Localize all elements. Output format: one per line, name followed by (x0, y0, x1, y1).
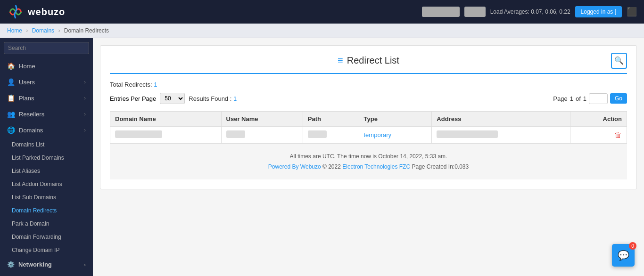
page-label: Page (553, 95, 567, 102)
col-path: Path (303, 112, 359, 127)
resellers-arrow-icon: › (84, 111, 86, 117)
sidebar-item-resellers[interactable]: 👥 Resellers › (0, 106, 93, 122)
sidebar-item-list-sub-domains[interactable]: List Sub Domains (0, 191, 93, 204)
delete-icon[interactable]: 🗑 (614, 131, 622, 139)
sidebar-item-settings[interactable]: 🔧 Settings › (0, 272, 93, 276)
floating-support-button[interactable]: 💬 0 (612, 244, 635, 267)
powered-by-link[interactable]: Powered By Webuzo (268, 163, 321, 170)
table-row: temporary 🗑 (110, 127, 627, 144)
entries-per-page-select[interactable]: 50 100 200 (160, 93, 185, 104)
pagination: Page 1 of 1 Go (553, 93, 627, 104)
sidebar-label-resellers: Resellers (19, 111, 44, 118)
total-redirects-label: Total Redirects: (110, 81, 152, 88)
sidebar-item-domain-redirects[interactable]: Domain Redirects (0, 204, 93, 217)
col-action: Action (570, 112, 627, 127)
plans-icon: 📋 (7, 94, 15, 102)
table-header-row: Domain Name User Name Path Type Address … (110, 112, 627, 127)
support-badge: 0 (629, 242, 636, 250)
sidebar-item-change-domain-ip[interactable]: Change Domain IP (0, 244, 93, 257)
address-placeholder (437, 130, 498, 138)
search-button[interactable]: 🔍 (611, 53, 627, 69)
sidebar-item-home[interactable]: 🏠 Home (0, 58, 93, 74)
page-total: 1 (583, 95, 586, 102)
type-value: temporary (364, 131, 392, 138)
breadcrumb-domains[interactable]: Domains (32, 27, 54, 34)
sidebar-item-plans[interactable]: 📋 Plans › (0, 90, 93, 106)
breadcrumb: Home › Domains › Domain Redirects (0, 24, 644, 38)
footer: All times are UTC. The time now is Octob… (110, 144, 627, 179)
panel-title: ≡ Redirect List (338, 55, 399, 66)
go-button[interactable]: Go (610, 93, 627, 104)
logo: webuzo (7, 3, 65, 20)
results-found-value[interactable]: 1 (233, 95, 237, 102)
resellers-icon: 👥 (7, 110, 15, 118)
cell-user (221, 127, 303, 144)
sidebar-item-park-a-domain[interactable]: Park a Domain (0, 217, 93, 230)
sidebar-label-plans: Plans (19, 95, 34, 102)
list-icon: ≡ (338, 55, 343, 66)
logout-icon[interactable]: ⬛ (627, 7, 637, 17)
header-bar-1 (422, 7, 460, 17)
logged-in-button[interactable]: Logged in as [ (575, 6, 622, 17)
path-placeholder (308, 130, 327, 138)
sidebar-label-domains: Domains (19, 127, 43, 134)
page-of: of (576, 95, 581, 102)
panel-header: ≡ Redirect List 🔍 (110, 55, 627, 74)
sidebar-item-domain-forwarding[interactable]: Domain Forwarding (0, 230, 93, 244)
company-link[interactable]: Electron Technologies FZC (342, 163, 410, 170)
sidebar-label-users: Users (19, 79, 35, 86)
cell-action[interactable]: 🗑 (570, 127, 627, 144)
cell-domain (110, 127, 222, 144)
sidebar-item-users[interactable]: 👤 Users › (0, 74, 93, 90)
utc-text: All times are UTC. The time now is Octob… (119, 153, 618, 160)
cell-type: temporary (359, 127, 432, 144)
networking-arrow-icon: › (84, 262, 86, 268)
col-domain-name: Domain Name (110, 112, 222, 127)
logo-text: webuzo (28, 7, 65, 17)
header-bar-2 (464, 7, 486, 17)
logo-icon (7, 3, 24, 20)
col-type: Type (359, 112, 432, 127)
results-found-label: Results Found : 1 (189, 95, 237, 102)
col-user-name: User Name (221, 112, 303, 127)
redirects-table: Domain Name User Name Path Type Address … (110, 111, 627, 144)
entries-per-page-label: Entries Per Page (110, 95, 156, 102)
breadcrumb-home[interactable]: Home (7, 27, 22, 34)
filter-row: Entries Per Page 50 100 200 Results Foun… (110, 93, 627, 104)
copyright-text: © 2022 (322, 163, 341, 170)
main-panel: ≡ Redirect List 🔍 Total Redirects: 1 Ent… (100, 45, 637, 189)
content-area: ≡ Redirect List 🔍 Total Redirects: 1 Ent… (93, 38, 644, 276)
search-box[interactable] (0, 38, 93, 58)
networking-icon: ⚙️ (7, 261, 15, 268)
sidebar-item-list-aliases[interactable]: List Aliases (0, 164, 93, 178)
domain-placeholder (115, 130, 162, 138)
page-created-text: Page Created In:0.033 (412, 163, 469, 170)
user-placeholder (226, 130, 245, 138)
support-icon: 💬 (618, 250, 629, 261)
sidebar-item-list-parked-domains[interactable]: List Parked Domains (0, 151, 93, 164)
domains-icon: 🌐 (7, 126, 15, 134)
search-input[interactable] (4, 42, 89, 54)
breadcrumb-current: Domain Redirects (64, 27, 109, 34)
breadcrumb-sep-1: › (26, 27, 28, 34)
credits: Powered By Webuzo © 2022 Electron Techno… (119, 163, 618, 170)
col-address: Address (432, 112, 570, 127)
home-icon: 🏠 (7, 62, 15, 70)
sidebar-item-domains-list[interactable]: Domains List (0, 138, 93, 151)
page-jump-input[interactable] (589, 93, 608, 104)
sidebar-item-networking[interactable]: ⚙️ Networking › (0, 257, 93, 272)
header: webuzo Load Averages: 0.07, 0.06, 0.22 L… (0, 0, 644, 24)
stats-row: Total Redirects: 1 (110, 81, 627, 88)
sidebar-item-domains[interactable]: 🌐 Domains › (0, 122, 93, 138)
cell-address (432, 127, 570, 144)
main-layout: 🏠 Home 👤 Users › 📋 Plans › 👥 Resellers ›… (0, 38, 644, 276)
breadcrumb-sep-2: › (58, 27, 60, 34)
sidebar-item-list-addon-domains[interactable]: List Addon Domains (0, 178, 93, 191)
sidebar: 🏠 Home 👤 Users › 📋 Plans › 👥 Resellers ›… (0, 38, 93, 276)
plans-arrow-icon: › (84, 95, 86, 101)
header-right: Load Averages: 0.07, 0.06, 0.22 Logged i… (422, 6, 637, 17)
total-redirects-value[interactable]: 1 (154, 81, 157, 88)
users-icon: 👤 (7, 78, 15, 86)
panel-title-text: Redirect List (347, 55, 399, 66)
users-arrow-icon: › (84, 79, 86, 85)
